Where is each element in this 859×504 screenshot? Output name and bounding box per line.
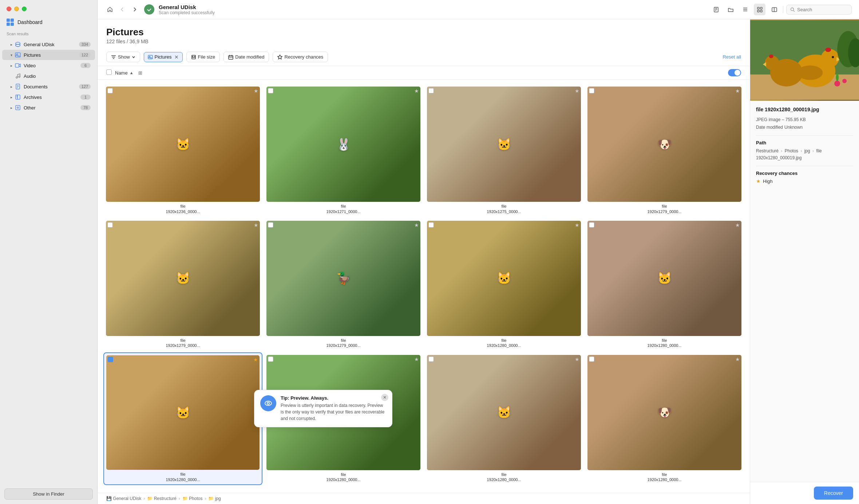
file-checkbox[interactable]: [107, 88, 113, 95]
other-icon: [15, 104, 21, 111]
sidebar-item-general-udisk[interactable]: ▸General UDisk334: [2, 39, 95, 49]
back-button[interactable]: [117, 4, 127, 15]
file-size-filter-button[interactable]: File size: [186, 52, 220, 62]
sidebar-item-audio[interactable]: Audio: [2, 71, 95, 81]
detail-sep-2: [756, 166, 853, 166]
breadcrumb-item[interactable]: 📁 jpg: [208, 496, 221, 501]
file-checkbox[interactable]: [268, 88, 273, 95]
toggle-track[interactable]: [728, 69, 741, 76]
file-name: file1920x1236_0000...: [106, 204, 260, 214]
file-thumbnail: 🐱: [106, 221, 260, 336]
search-box[interactable]: [786, 5, 852, 15]
file-thumbnail: 🐱: [427, 221, 581, 336]
toolbar-actions: [710, 4, 852, 15]
file-checkbox[interactable]: [107, 222, 113, 229]
chevron-icon: ▸: [9, 42, 14, 47]
column-filter-icon[interactable]: ⊞: [138, 70, 142, 76]
pictures-filter-close[interactable]: ✕: [174, 54, 179, 60]
chevron-icon: ▸: [9, 95, 14, 100]
file-star[interactable]: ★: [575, 356, 579, 362]
sidebar-toggle-button[interactable]: [768, 4, 780, 15]
file-checkbox[interactable]: [428, 222, 434, 229]
name-column-header[interactable]: Name ▲ ⊞: [115, 70, 728, 76]
list-view-button[interactable]: [739, 4, 751, 15]
video-icon: [15, 62, 21, 69]
file-checkbox[interactable]: [268, 356, 273, 363]
grid-view-button[interactable]: [754, 4, 765, 15]
file-thumbnail: 🐱: [106, 87, 260, 202]
svg-point-27: [821, 49, 839, 67]
tooltip-close-button[interactable]: ✕: [381, 394, 388, 401]
file-checkbox[interactable]: [589, 88, 594, 95]
file-cell[interactable]: ★ 🐱 file1920x1280_0000...: [424, 352, 583, 485]
reset-all-button[interactable]: Reset all: [723, 54, 741, 60]
file-cell[interactable]: ★ 🐱 file1920x1275_0000...: [424, 84, 583, 217]
file-star[interactable]: ★: [253, 357, 258, 363]
file-star[interactable]: ★: [414, 222, 419, 228]
select-all-checkbox[interactable]: [106, 69, 115, 76]
breadcrumb-item[interactable]: 📁 Restructuré: [147, 496, 176, 501]
file-name: file1920x1275_0000...: [427, 204, 581, 214]
sidebar-item-badge: 334: [79, 42, 91, 47]
file-checkbox[interactable]: [428, 356, 434, 363]
forward-button[interactable]: [130, 4, 140, 15]
pictures-filter-tag[interactable]: Pictures ✕: [144, 52, 183, 62]
fullscreen-button[interactable]: [22, 7, 27, 11]
sidebar-item-video[interactable]: ▸Video6: [2, 60, 95, 71]
file-cell[interactable]: ★ 🐶 file1920x1280_0000...: [585, 352, 744, 485]
page-header: Pictures 122 files / 36,9 MB: [98, 19, 750, 49]
file-cell[interactable]: ★ 🦆 file1920x1279_0000...: [264, 218, 423, 351]
show-filter-label: Show: [118, 54, 130, 60]
file-name: file1920x1279_0000...: [106, 338, 260, 348]
file-star[interactable]: ★: [575, 222, 579, 228]
folder-button[interactable]: [725, 4, 736, 15]
svg-rect-14: [757, 10, 759, 12]
show-filter-button[interactable]: Show: [106, 52, 140, 62]
sidebar-item-documents[interactable]: ▸Documents127: [2, 81, 95, 92]
search-input[interactable]: [797, 7, 841, 12]
file-checkbox[interactable]: [428, 88, 434, 95]
file-checkbox[interactable]: [589, 222, 594, 229]
file-cell[interactable]: ★ 🐱 file1920x1280_0000...: [424, 218, 583, 351]
show-in-finder-button[interactable]: Show in Finder: [4, 488, 93, 500]
file-star[interactable]: ★: [735, 88, 740, 94]
file-cell[interactable]: ★ 🐰 file1920x1271_0000...: [264, 84, 423, 217]
audio-icon: [15, 73, 21, 79]
dashboard-nav[interactable]: Dashboard: [0, 16, 97, 32]
file-cell[interactable]: ★ 🐱 file1920x1236_0000...: [103, 84, 262, 217]
sidebar-item-pictures[interactable]: ▾Pictures122: [2, 50, 95, 60]
filter-bar: Show Pictures ✕: [98, 49, 750, 66]
file-star[interactable]: ★: [254, 88, 258, 94]
file-cell[interactable]: ★ 🐱 file1920x1280_0000...: [585, 218, 744, 351]
svg-point-37: [836, 74, 839, 81]
sidebar-item-other[interactable]: ▸Other78: [2, 103, 95, 113]
file-star[interactable]: ★: [414, 356, 419, 362]
breadcrumb-item[interactable]: 💾 General UDisk: [106, 496, 141, 501]
breadcrumb-item[interactable]: 📁 Photos: [182, 496, 203, 501]
toolbar: General UDisk Scan completed successfull…: [98, 0, 859, 19]
file-star[interactable]: ★: [735, 222, 740, 228]
file-star[interactable]: ★: [254, 222, 258, 228]
detail-type-row: JPEG image – 755.95 KB: [756, 116, 853, 123]
file-star[interactable]: ★: [575, 88, 579, 94]
home-button[interactable]: [105, 4, 115, 15]
file-star[interactable]: ★: [735, 356, 740, 362]
sidebar-item-archives[interactable]: ▸Archives1: [2, 92, 95, 102]
file-browser: Pictures 122 files / 36,9 MB Show: [98, 19, 750, 504]
recover-button[interactable]: Recover: [814, 487, 853, 500]
file-cell[interactable]: ★ 🐶 file1920x1279_0000...: [585, 84, 744, 217]
new-file-button[interactable]: [710, 4, 722, 15]
file-star[interactable]: ★: [414, 88, 419, 94]
minimize-button[interactable]: [14, 7, 19, 11]
file-checkbox[interactable]: [268, 222, 273, 229]
tooltip-icon: [260, 395, 276, 411]
recovery-chances-filter-button[interactable]: Recovery chances: [273, 52, 328, 62]
file-checkbox[interactable]: [589, 356, 594, 363]
file-checkbox[interactable]: [108, 357, 113, 364]
close-button[interactable]: [7, 7, 11, 11]
svg-point-0: [16, 42, 20, 44]
file-cell[interactable]: ★ 🐱 file1920x1280_0000...: [103, 352, 262, 485]
file-name: file1920x1279_0000...: [587, 204, 741, 214]
date-modified-filter-button[interactable]: Date modified: [223, 52, 269, 62]
file-cell[interactable]: ★ 🐱 file1920x1279_0000...: [103, 218, 262, 351]
